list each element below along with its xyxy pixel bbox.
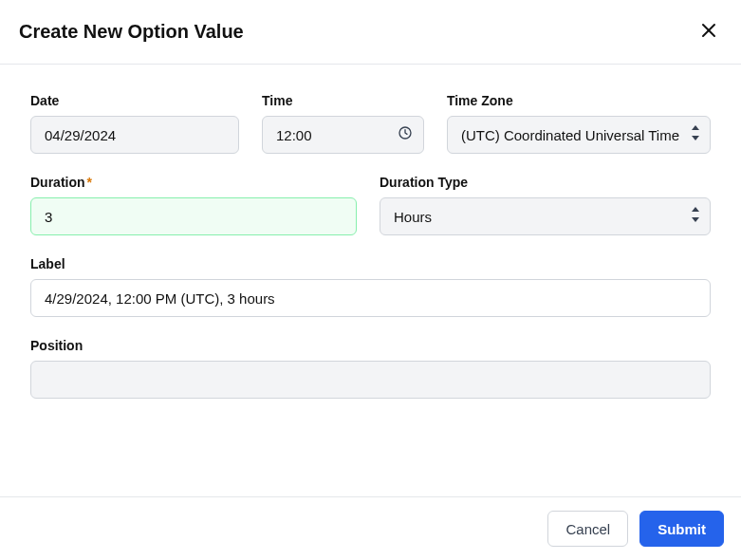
field-timezone: Time Zone (UTC) Coordinated Universal Ti… xyxy=(447,93,711,154)
dialog-header: Create New Option Value xyxy=(0,0,741,65)
label-input[interactable] xyxy=(30,279,711,317)
close-button[interactable] xyxy=(695,17,722,47)
time-label: Time xyxy=(262,93,424,108)
label-field-label: Label xyxy=(30,256,711,271)
duration-type-label: Duration Type xyxy=(380,175,711,190)
row-label: Label xyxy=(30,256,711,317)
dialog-title: Create New Option Value xyxy=(19,21,244,43)
timezone-select[interactable]: (UTC) Coordinated Universal Time xyxy=(447,116,711,154)
row-duration: Duration* Duration Type Hours xyxy=(30,175,711,235)
field-label: Label xyxy=(30,256,711,317)
time-input[interactable] xyxy=(262,116,424,154)
field-position: Position xyxy=(30,338,711,399)
date-label: Date xyxy=(30,93,239,108)
field-duration-type: Duration Type Hours xyxy=(380,175,711,235)
field-date: Date xyxy=(30,93,239,154)
row-position: Position xyxy=(30,338,711,399)
submit-button[interactable]: Submit xyxy=(639,511,724,547)
dialog-body: Date Time Time Zone (UTC) Coordinated Un… xyxy=(0,65,741,496)
duration-label: Duration* xyxy=(30,175,357,190)
date-input[interactable] xyxy=(30,116,239,154)
dialog-footer: Cancel Submit xyxy=(0,496,741,560)
duration-input[interactable] xyxy=(30,197,357,235)
timezone-label: Time Zone xyxy=(447,93,711,108)
duration-type-select[interactable]: Hours xyxy=(380,197,711,235)
position-label: Position xyxy=(30,338,711,353)
cancel-button[interactable]: Cancel xyxy=(547,511,628,547)
close-icon xyxy=(699,28,718,43)
field-duration: Duration* xyxy=(30,175,357,235)
row-date-time: Date Time Time Zone (UTC) Coordinated Un… xyxy=(30,93,711,154)
required-indicator: * xyxy=(87,175,92,190)
field-time: Time xyxy=(262,93,424,154)
duration-label-text: Duration xyxy=(30,175,85,190)
position-input[interactable] xyxy=(30,361,711,399)
